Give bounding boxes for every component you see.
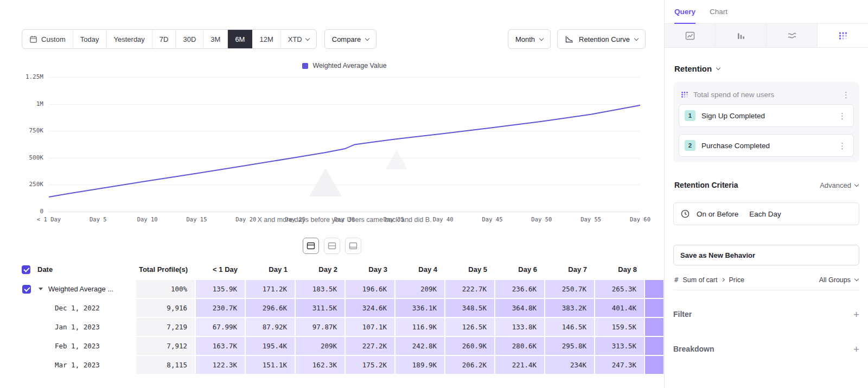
gridline xyxy=(49,212,640,212)
range-custom[interactable]: Custom xyxy=(22,30,73,48)
range-label: Today xyxy=(80,35,99,43)
chart-type-insights[interactable] xyxy=(665,24,716,47)
range-yesterday[interactable]: Yesterday xyxy=(107,30,152,48)
table-row: Weighted Average ...100%135.9K171.2K183.… xyxy=(0,279,664,298)
range-6m[interactable]: 6M xyxy=(228,30,252,48)
total-profiles-cell: 100% xyxy=(136,279,195,298)
kebab-menu-icon[interactable]: ⋮ xyxy=(837,112,848,120)
add-filter-button[interactable]: + xyxy=(853,309,859,320)
column-header: Day 6 xyxy=(495,259,545,279)
chart-type-tiles xyxy=(665,24,868,48)
timing-secondary[interactable]: Each Day xyxy=(749,210,781,218)
retention-value-cell: 265.3K xyxy=(595,279,644,298)
granularity-button[interactable]: Month xyxy=(508,29,551,49)
view-toggle-table-focus[interactable] xyxy=(345,238,361,254)
retention-icon xyxy=(838,31,848,40)
select-all-checkbox[interactable] xyxy=(22,265,30,274)
granularity-label: Month xyxy=(515,35,535,43)
row-label-cell: Dec 1, 2022 xyxy=(0,298,136,317)
tab-chart[interactable]: Chart xyxy=(710,0,727,23)
group-dropdown-label[interactable]: All Groups xyxy=(819,276,851,284)
range-label: 12M xyxy=(259,35,273,43)
retention-value-cell: 133.8K xyxy=(495,317,545,336)
kebab-menu-icon[interactable]: ⋮ xyxy=(837,142,848,150)
chart-view-button[interactable]: Retention Curve xyxy=(557,29,646,49)
range-label: 7D xyxy=(159,35,169,43)
chevron-down-icon xyxy=(305,36,310,40)
chart-type-flows[interactable] xyxy=(767,24,818,47)
retention-value-cell: 107.1K xyxy=(345,317,395,336)
retention-section-header[interactable]: Retention xyxy=(674,64,858,73)
timing-primary[interactable]: On or Before xyxy=(697,210,738,218)
range-xtd[interactable]: XTD xyxy=(281,30,316,48)
retention-value-cell: 313.5K xyxy=(595,336,644,355)
range-3m[interactable]: 3M xyxy=(203,30,228,48)
save-as-new-behavior-button[interactable]: Save as New Behavior xyxy=(673,245,859,265)
behavior-step[interactable]: 2Purchase Completed⋮ xyxy=(679,134,854,157)
overflow-cell xyxy=(644,279,664,298)
caret-down-icon[interactable] xyxy=(39,288,43,290)
range-30d[interactable]: 30D xyxy=(176,30,203,48)
clock-icon xyxy=(680,209,690,219)
timing-row[interactable]: On or Before Each Day xyxy=(673,202,859,225)
range-label: 6M xyxy=(235,35,245,43)
chart-type-retention[interactable] xyxy=(818,24,868,47)
step-number-badge: 1 xyxy=(685,110,695,121)
overflow-cell xyxy=(644,317,664,336)
table-row: Dec 1, 20229,916230.7K296.6K311.5K324.6K… xyxy=(0,298,664,317)
total-profiles-cell: 8,115 xyxy=(136,355,195,374)
column-header: Day 2 xyxy=(295,259,345,279)
kebab-menu-icon[interactable]: ⋮ xyxy=(840,91,852,99)
retention-chart: Weighted Average Value 1.25M1M750K500K25… xyxy=(0,60,664,234)
range-12m[interactable]: 12M xyxy=(252,30,280,48)
retention-value-cell: 116.9K xyxy=(395,317,445,336)
y-axis-label: 500K xyxy=(1,154,43,161)
range-today[interactable]: Today xyxy=(73,30,107,48)
chart-type-funnels[interactable] xyxy=(716,24,767,47)
measure-row[interactable]: # Sum of cart Price All Groups xyxy=(673,272,859,290)
behavior-step[interactable]: 1Sign Up Completed⋮ xyxy=(679,104,854,127)
table-header: DateTotal Profile(s)< 1 DayDay 1Day 2Day… xyxy=(0,259,664,279)
add-breakdown-button[interactable]: + xyxy=(853,344,859,354)
behavior-header: Total spend of new users ⋮ xyxy=(679,87,854,104)
legend-label: Weighted Average Value xyxy=(312,62,386,69)
chevron-down-icon xyxy=(539,36,544,40)
breakdown-section: Breakdown + xyxy=(673,332,859,366)
y-axis-label: 0 xyxy=(1,208,43,215)
toolbar-right: Month Retention Curve xyxy=(508,29,646,49)
filter-section: Filter + xyxy=(673,297,859,332)
advanced-dropdown[interactable]: Advanced xyxy=(820,181,858,189)
chart-legend[interactable]: Weighted Average Value xyxy=(49,62,640,69)
retention-value-cell: 196.6K xyxy=(345,279,395,298)
compare-button[interactable]: Compare xyxy=(324,29,376,49)
view-toggle-split-even[interactable] xyxy=(324,238,340,254)
column-header-date: Date xyxy=(0,259,136,279)
advanced-label: Advanced xyxy=(820,181,851,189)
legend-swatch xyxy=(302,63,308,69)
total-profiles-cell: 7,912 xyxy=(136,336,195,355)
row-checkbox[interactable] xyxy=(22,285,31,294)
range-label: 3M xyxy=(210,35,220,43)
chevron-down-icon xyxy=(854,182,859,186)
overflow-cell xyxy=(644,336,664,355)
retention-value-cell: 242.8K xyxy=(395,336,445,355)
range-7d[interactable]: 7D xyxy=(152,30,176,48)
view-toggle-split-row[interactable] xyxy=(303,238,319,254)
column-header: Day 1 xyxy=(245,259,295,279)
breakdown-label: Breakdown xyxy=(673,345,714,353)
x-axis-caption: X and more days before your Users came b… xyxy=(49,216,640,224)
y-axis-label: 250K xyxy=(1,181,43,188)
row-label: Weighted Average ... xyxy=(48,285,113,293)
retention-value-cell: 159.5K xyxy=(595,317,644,336)
total-profiles-cell: 9,916 xyxy=(136,298,195,317)
retention-value-cell: 97.87K xyxy=(295,317,345,336)
tab-query[interactable]: Query xyxy=(674,0,695,23)
retention-value-cell: 247.3K xyxy=(595,355,644,374)
retention-value-cell: 195.4K xyxy=(245,336,295,355)
retention-value-cell: 227.2K xyxy=(345,336,395,355)
overflow-cell xyxy=(644,355,664,374)
app: CustomTodayYesterday7D30D3M6M12MXTD Comp… xyxy=(0,0,868,388)
column-header: Day 3 xyxy=(345,259,395,279)
table-row: Mar 1, 20238,115122.3K151.1K162.3K175.2K… xyxy=(0,355,664,374)
retention-criteria-row: Retention Criteria Advanced xyxy=(674,181,858,189)
